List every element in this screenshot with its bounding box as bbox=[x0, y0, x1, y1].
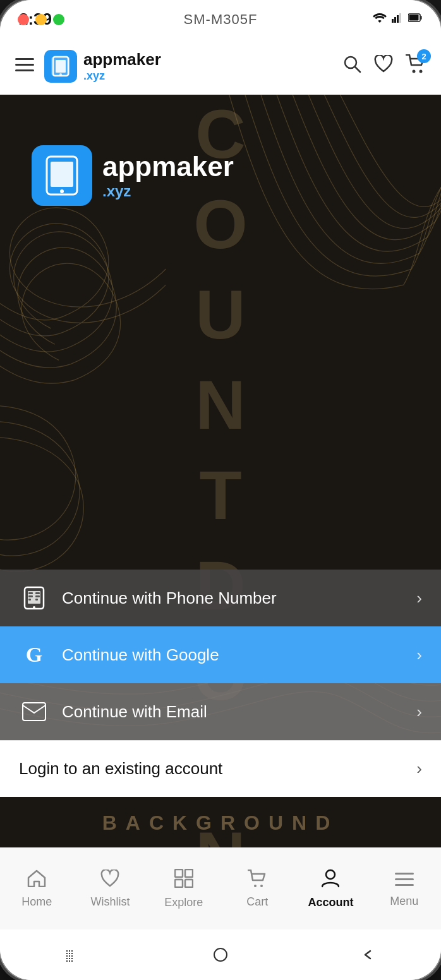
menu-button[interactable] bbox=[15, 56, 34, 76]
phone-icon bbox=[19, 583, 49, 613]
android-recents-button[interactable] bbox=[54, 936, 92, 974]
main-brand-text-group: appmaker .xyz bbox=[102, 151, 234, 200]
svg-rect-9 bbox=[15, 69, 34, 71]
svg-point-13 bbox=[59, 73, 62, 76]
existing-login-button[interactable]: Login to an existing account › bbox=[0, 740, 441, 797]
svg-rect-47 bbox=[69, 953, 70, 954]
nav-explore-label: Explore bbox=[164, 896, 203, 909]
nav-explore[interactable]: Explore bbox=[147, 869, 220, 909]
nav-wishlist[interactable]: Wishlist bbox=[73, 869, 147, 909]
nav-cart[interactable]: Cart bbox=[220, 869, 294, 909]
email-login-button[interactable]: Continue with Email › bbox=[0, 683, 441, 740]
svg-rect-43 bbox=[66, 955, 68, 957]
email-chevron-icon: › bbox=[416, 702, 422, 722]
fullscreen-light[interactable] bbox=[53, 14, 64, 25]
logo-name: appmaker bbox=[83, 50, 161, 69]
svg-rect-40 bbox=[395, 884, 414, 886]
nav-menu[interactable]: Menu bbox=[368, 869, 441, 908]
svg-rect-55 bbox=[71, 960, 73, 962]
main-brand-icon bbox=[32, 145, 92, 206]
svg-rect-54 bbox=[71, 958, 73, 959]
svg-point-17 bbox=[420, 70, 423, 73]
svg-rect-29 bbox=[35, 599, 38, 601]
svg-point-23 bbox=[33, 606, 35, 609]
close-light[interactable] bbox=[18, 14, 29, 25]
svg-rect-48 bbox=[69, 955, 70, 957]
svg-rect-1 bbox=[394, 17, 396, 23]
svg-rect-12 bbox=[56, 60, 66, 73]
nav-home[interactable]: Home bbox=[0, 869, 73, 909]
svg-rect-33 bbox=[175, 880, 183, 887]
svg-rect-44 bbox=[66, 958, 68, 959]
svg-rect-25 bbox=[28, 595, 33, 597]
nav-menu-label: Menu bbox=[390, 895, 418, 908]
device-frame: SM-M305F 2:39 bbox=[0, 0, 441, 980]
cart-count-badge: 2 bbox=[417, 49, 431, 63]
minimize-light[interactable] bbox=[35, 14, 47, 25]
existing-chevron-icon: › bbox=[416, 759, 422, 779]
email-btn-label: Continue with Email bbox=[62, 702, 416, 722]
svg-rect-28 bbox=[35, 595, 40, 597]
explore-icon bbox=[174, 869, 193, 892]
cart-nav-icon bbox=[248, 869, 267, 892]
main-brand-name: appmaker bbox=[102, 151, 234, 182]
nav-wishlist-label: Wishlist bbox=[90, 895, 130, 909]
phone-chevron-icon: › bbox=[416, 589, 422, 608]
main-content: .wave { fill: none; stroke: rgba(180,150… bbox=[0, 95, 441, 847]
svg-point-20 bbox=[60, 189, 64, 193]
svg-rect-27 bbox=[35, 592, 40, 594]
svg-rect-45 bbox=[66, 960, 68, 962]
nav-home-label: Home bbox=[21, 895, 52, 909]
svg-point-35 bbox=[254, 885, 257, 887]
svg-line-15 bbox=[355, 67, 360, 72]
logo-icon bbox=[44, 50, 77, 83]
svg-rect-46 bbox=[69, 950, 70, 952]
svg-rect-32 bbox=[185, 869, 193, 877]
svg-rect-26 bbox=[28, 599, 31, 601]
svg-rect-6 bbox=[409, 15, 419, 20]
svg-rect-8 bbox=[15, 64, 34, 66]
cart-button[interactable]: 2 bbox=[406, 54, 426, 78]
search-button[interactable] bbox=[342, 54, 361, 78]
svg-rect-38 bbox=[395, 873, 414, 875]
traffic-lights bbox=[18, 14, 64, 25]
svg-point-37 bbox=[326, 870, 335, 879]
svg-point-56 bbox=[214, 948, 227, 961]
device-model: SM-M305F bbox=[184, 11, 258, 28]
wishlist-button[interactable] bbox=[374, 55, 393, 77]
logo-text-group: appmaker .xyz bbox=[83, 50, 161, 83]
login-buttons: Continue with Phone Number › G Continue … bbox=[0, 570, 441, 797]
battery-icon bbox=[408, 13, 422, 26]
svg-rect-31 bbox=[175, 869, 183, 877]
menu-nav-icon bbox=[395, 869, 414, 891]
status-icons bbox=[373, 13, 422, 26]
bottom-nav: Home Wishlist Explore bbox=[0, 847, 441, 929]
svg-rect-53 bbox=[71, 955, 73, 957]
android-home-button[interactable] bbox=[202, 936, 239, 974]
nav-account[interactable]: Account bbox=[294, 869, 367, 909]
main-brand: appmaker .xyz bbox=[32, 145, 234, 206]
home-icon bbox=[27, 869, 46, 892]
svg-rect-24 bbox=[28, 592, 33, 594]
signal-icon bbox=[392, 13, 403, 26]
svg-rect-42 bbox=[66, 953, 68, 954]
header-actions: 2 bbox=[342, 54, 426, 78]
svg-rect-5 bbox=[421, 16, 422, 20]
android-back-button[interactable] bbox=[349, 936, 387, 974]
google-chevron-icon: › bbox=[416, 645, 422, 665]
email-icon bbox=[19, 696, 49, 727]
svg-rect-39 bbox=[395, 878, 414, 880]
svg-point-36 bbox=[260, 885, 263, 887]
logo-xyz: .xyz bbox=[83, 69, 161, 83]
svg-rect-49 bbox=[69, 958, 70, 959]
svg-rect-19 bbox=[51, 162, 73, 187]
google-login-button[interactable]: G Continue with Google › bbox=[0, 626, 441, 683]
svg-rect-30 bbox=[23, 703, 45, 720]
wishlist-nav-icon bbox=[100, 869, 119, 892]
phone-login-button[interactable]: Continue with Phone Number › bbox=[0, 570, 441, 626]
svg-rect-34 bbox=[185, 880, 193, 887]
google-btn-label: Continue with Google bbox=[62, 645, 416, 665]
account-icon bbox=[322, 869, 339, 892]
wifi-icon bbox=[373, 13, 387, 26]
google-icon: G bbox=[19, 640, 49, 670]
